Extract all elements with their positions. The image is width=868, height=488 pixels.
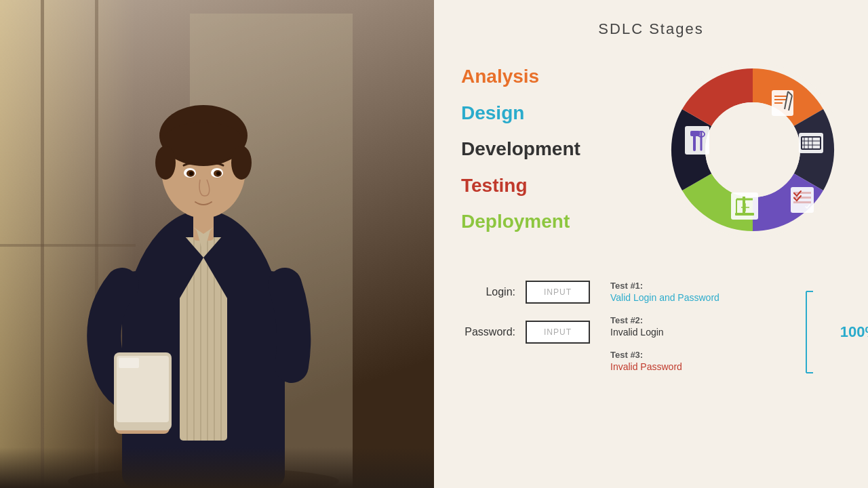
svg-rect-36 — [774, 99, 787, 100]
stage-item-analysis: Analysis — [461, 65, 665, 88]
login-row: Login: INPUT — [461, 281, 590, 304]
stage-item-testing: Testing — [461, 174, 665, 197]
svg-rect-35 — [774, 96, 787, 97]
bottom-section: Login: INPUT Password: INPUT Test #1: Va… — [461, 281, 841, 384]
page-title: SDLC Stages — [461, 20, 841, 38]
login-input[interactable]: INPUT — [526, 281, 590, 304]
svg-rect-8 — [200, 237, 201, 441]
stage-label-analysis: Analysis — [461, 66, 539, 87]
svg-rect-48 — [685, 126, 709, 155]
svg-rect-41 — [799, 133, 823, 153]
login-label: Login: — [461, 286, 515, 298]
password-input-placeholder: INPUT — [544, 327, 572, 337]
svg-rect-64 — [793, 201, 811, 203]
stage-label-testing: Testing — [461, 175, 527, 196]
stage-label-deployment: Deployment — [461, 211, 570, 232]
floor-line — [0, 447, 434, 488]
password-label: Password: — [461, 326, 515, 338]
right-panel: SDLC Stages Analysis Design Development … — [434, 0, 868, 488]
login-form: Login: INPUT Password: INPUT — [461, 281, 590, 361]
stage-item-deployment: Deployment — [461, 210, 665, 233]
password-row: Password: INPUT — [461, 321, 590, 344]
svg-rect-63 — [793, 197, 811, 199]
svg-rect-62 — [793, 192, 811, 194]
svg-rect-29 — [119, 358, 139, 368]
sdlc-diagram — [665, 62, 841, 238]
svg-point-25 — [216, 171, 220, 176]
svg-rect-37 — [774, 102, 783, 104]
stage-label-development: Development — [461, 138, 580, 159]
svg-point-18 — [155, 146, 176, 180]
left-photo-panel — [0, 0, 434, 488]
stage-label-design: Design — [461, 102, 524, 123]
bracket-container: 100% — [796, 281, 868, 384]
svg-rect-61 — [791, 187, 814, 213]
svg-rect-57 — [735, 213, 754, 216]
password-input[interactable]: INPUT — [526, 321, 590, 344]
percent-label: 100% — [840, 323, 868, 341]
login-input-placeholder: INPUT — [544, 287, 572, 297]
bracket-svg — [796, 288, 837, 376]
tests-area: Test #1: Valid Login and Password Test #… — [610, 281, 841, 384]
stages-list: Analysis Design Development Testing Depl… — [461, 62, 665, 247]
svg-point-19 — [231, 146, 252, 180]
stage-item-development: Development — [461, 138, 665, 161]
person-figure — [54, 14, 353, 488]
svg-rect-9 — [207, 237, 208, 441]
svg-point-17 — [163, 122, 244, 163]
content-area: Analysis Design Development Testing Depl… — [461, 62, 841, 247]
stage-item-design: Design — [461, 102, 665, 125]
svg-point-24 — [189, 171, 193, 176]
